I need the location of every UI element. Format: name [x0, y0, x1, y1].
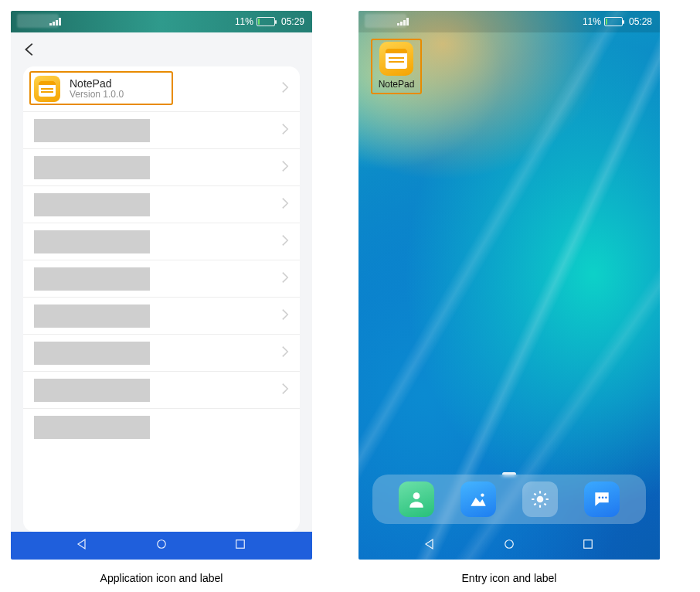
placeholder-block — [34, 230, 150, 253]
apps-card: NotePad Version 1.0.0 — [23, 66, 300, 532]
chevron-right-icon — [281, 160, 289, 175]
placeholder-block — [34, 267, 150, 291]
placeholder-block — [34, 342, 150, 365]
right-caption: Entry icon and label — [462, 572, 557, 584]
svg-point-2 — [413, 492, 420, 499]
home-app-notepad[interactable]: NotePad — [374, 42, 419, 90]
app-row-placeholder[interactable] — [23, 372, 300, 409]
settings-phone: 11% 05:29 NotePad — [11, 11, 312, 560]
app-row-placeholder[interactable] — [23, 186, 300, 223]
nav-recent-icon[interactable] — [233, 537, 247, 554]
app-row-placeholder[interactable] — [23, 149, 300, 186]
app-row-placeholder[interactable] — [23, 112, 300, 149]
battery-indicator: 11% — [235, 16, 275, 27]
status-time: 05:28 — [629, 16, 652, 27]
status-blur — [365, 14, 406, 28]
notepad-icon — [34, 76, 60, 102]
chevron-right-icon — [281, 123, 289, 138]
placeholder-block — [34, 416, 150, 439]
svg-point-5 — [598, 497, 600, 499]
chevron-right-icon — [281, 271, 289, 287]
app-row-placeholder[interactable] — [23, 409, 300, 446]
app-row-placeholder[interactable] — [23, 260, 300, 298]
placeholder-block — [34, 119, 150, 142]
dock — [372, 475, 646, 524]
app-row-placeholder[interactable] — [23, 298, 300, 335]
svg-point-6 — [602, 497, 604, 499]
notepad-icon — [379, 42, 413, 76]
chevron-right-icon — [281, 345, 289, 361]
home-phone: 11% 05:28 NotePad — [358, 11, 660, 560]
home-app-label: NotePad — [379, 79, 415, 90]
battery-indicator: 11% — [583, 16, 623, 27]
android-nav-bar — [11, 532, 312, 560]
svg-point-7 — [605, 497, 607, 499]
app-row-notepad[interactable]: NotePad Version 1.0.0 — [23, 66, 300, 112]
svg-rect-1 — [236, 540, 245, 549]
status-bar: 11% 05:28 — [358, 11, 660, 32]
placeholder-block — [34, 305, 150, 328]
app-row-placeholder[interactable] — [23, 335, 300, 372]
svg-point-4 — [537, 496, 544, 503]
gallery-icon[interactable] — [460, 481, 496, 517]
nav-home-icon[interactable] — [155, 537, 168, 554]
status-time: 05:29 — [281, 16, 304, 27]
placeholder-block — [34, 379, 150, 402]
battery-text: 11% — [583, 16, 601, 27]
nav-home-icon[interactable] — [502, 537, 516, 554]
app-row-placeholder[interactable] — [23, 223, 300, 260]
contacts-icon[interactable] — [399, 481, 434, 517]
chevron-right-icon — [281, 383, 289, 398]
app-version-label: Version 1.0.0 — [70, 90, 124, 100]
svg-point-8 — [505, 540, 514, 549]
chevron-right-icon — [281, 197, 289, 213]
back-icon[interactable] — [22, 41, 39, 58]
android-nav-bar — [358, 532, 660, 560]
nav-recent-icon[interactable] — [581, 537, 595, 554]
settings-icon[interactable] — [522, 481, 558, 517]
messages-icon[interactable] — [584, 481, 620, 517]
svg-rect-9 — [584, 540, 593, 549]
settings-body: NotePad Version 1.0.0 — [11, 32, 312, 532]
app-name-label: NotePad — [70, 77, 124, 90]
nav-back-icon[interactable] — [76, 537, 90, 554]
chevron-right-icon — [281, 308, 289, 324]
chevron-right-icon — [281, 81, 289, 97]
svg-point-3 — [481, 493, 484, 496]
placeholder-block — [34, 193, 150, 216]
svg-point-0 — [158, 540, 166, 549]
status-blur — [17, 14, 59, 28]
placeholder-block — [34, 156, 150, 179]
left-caption: Application icon and label — [100, 572, 223, 584]
nav-back-icon[interactable] — [423, 537, 437, 554]
header-row — [11, 32, 312, 66]
battery-text: 11% — [235, 16, 253, 27]
status-bar: 11% 05:29 — [11, 11, 312, 32]
chevron-right-icon — [281, 234, 289, 250]
